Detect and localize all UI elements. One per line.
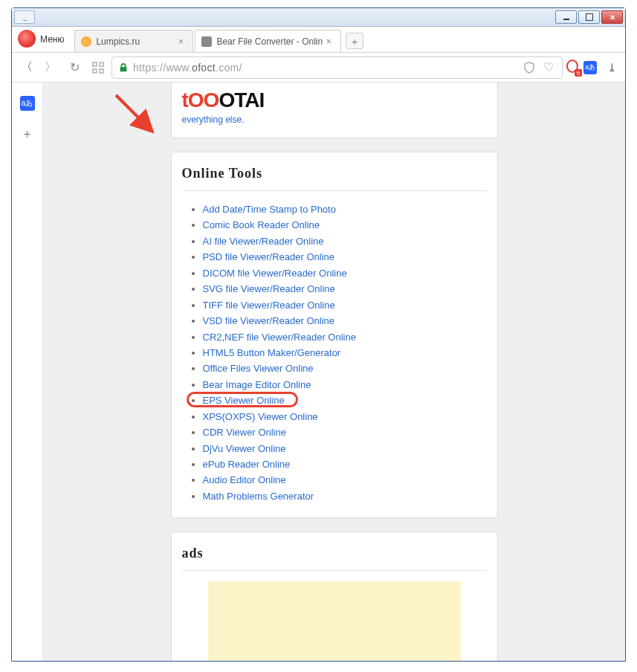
- tool-link[interactable]: HTML5 Button Maker/Generator: [203, 347, 341, 358]
- content-area: aあ + tOOOTAI everything else. Online Too…: [12, 83, 625, 661]
- forward-button[interactable]: 〉: [40, 57, 61, 78]
- badge-count: 5: [575, 69, 582, 77]
- translate-extension-icon[interactable]: aあ: [583, 61, 597, 74]
- window-titlebar: ⎯: [12, 8, 625, 27]
- ad-placeholder: [208, 581, 461, 661]
- list-item: SVG file Viewer/Reader Online: [203, 281, 487, 297]
- list-item: ePub Reader Online: [203, 456, 487, 472]
- tool-link[interactable]: Audio Editor Online: [203, 474, 286, 485]
- tool-link[interactable]: Math Problems Generator: [203, 491, 314, 502]
- list-item: CR2,NEF file Viewer/Reader Online: [203, 329, 487, 345]
- list-item: XPS(OXPS) Viewer Online: [203, 409, 487, 424]
- svg-rect-1: [100, 62, 103, 66]
- list-item: Add Date/Time Stamp to Photo: [203, 201, 487, 217]
- tool-link[interactable]: VSD file Viewer/Reader Online: [203, 315, 335, 326]
- tab-lumpics[interactable]: Lumpics.ru ×: [74, 30, 193, 52]
- reload-button[interactable]: ↻: [64, 57, 85, 78]
- list-item: DjVu Viewer Online: [203, 441, 487, 456]
- tab-close-button[interactable]: ×: [323, 36, 334, 47]
- tab-strip: Меню Lumpics.ru × Bear File Converter - …: [12, 27, 625, 53]
- list-item: Math Problems Generator: [203, 488, 487, 504]
- titlebar-app-button[interactable]: ⎯: [14, 10, 35, 24]
- ads-card: ads: [171, 532, 498, 661]
- site-logo: tOOOTAI: [182, 88, 487, 112]
- tool-link[interactable]: DICOM file Viewer/Reader Online: [203, 268, 347, 279]
- list-item: Office Files Viewer Online: [203, 361, 487, 376]
- tool-link[interactable]: CR2,NEF file Viewer/Reader Online: [203, 332, 356, 343]
- list-item: Audio Editor Online: [203, 472, 487, 488]
- svg-rect-0: [93, 62, 97, 66]
- vpn-icon[interactable]: [522, 60, 537, 75]
- tool-link[interactable]: EPS Viewer Online: [203, 395, 285, 406]
- favicon-icon: [201, 36, 212, 47]
- tab-title: Lumpics.ru: [96, 36, 175, 47]
- sidebar-add-button[interactable]: +: [20, 127, 35, 142]
- tool-link[interactable]: TIFF file Viewer/Reader Online: [203, 300, 335, 311]
- tagline-link[interactable]: everything else.: [182, 114, 245, 125]
- online-tools-card: Online Tools Add Date/Time Stamp to Phot…: [171, 152, 498, 518]
- window-close-button[interactable]: [601, 10, 623, 24]
- speed-dial-button[interactable]: [88, 57, 109, 78]
- section-heading: ads: [182, 541, 487, 571]
- tool-link-list: Add Date/Time Stamp to PhotoComic Book R…: [182, 201, 487, 504]
- bookmark-icon[interactable]: ♡: [541, 60, 556, 75]
- sidebar-translate-icon[interactable]: aあ: [20, 96, 35, 111]
- tool-link[interactable]: AI file Viewer/Reader Online: [203, 236, 324, 247]
- list-item: Bear Image Editor Online: [203, 377, 487, 392]
- list-item: AI file Viewer/Reader Online: [203, 233, 487, 249]
- toolbar: 〈 〉 ↻ https://www.ofoct.com/ ♡ 5 aあ ⤓: [12, 53, 625, 83]
- opera-extension-icon[interactable]: 5: [566, 59, 581, 75]
- tool-link[interactable]: Add Date/Time Stamp to Photo: [203, 204, 336, 215]
- browser-menu-label[interactable]: Меню: [40, 34, 64, 45]
- list-item: DICOM file Viewer/Reader Online: [203, 265, 487, 281]
- address-bar[interactable]: https://www.ofoct.com/ ♡: [111, 56, 563, 79]
- downloads-button[interactable]: ⤓: [603, 61, 621, 74]
- tool-link[interactable]: Office Files Viewer Online: [203, 363, 314, 374]
- list-item: PSD file Viewer/Reader Online: [203, 249, 487, 265]
- favicon-icon: [81, 36, 91, 47]
- section-heading: Online Tools: [182, 161, 487, 191]
- list-item: VSD file Viewer/Reader Online: [203, 313, 487, 329]
- tool-link[interactable]: Bear Image Editor Online: [203, 379, 311, 390]
- tool-link[interactable]: ePub Reader Online: [203, 459, 291, 470]
- list-item: EPS Viewer Online: [203, 392, 487, 408]
- url-text: https://www.ofoct.com/: [133, 62, 242, 74]
- tool-link[interactable]: XPS(OXPS) Viewer Online: [203, 411, 318, 422]
- list-item: TIFF file Viewer/Reader Online: [203, 297, 487, 313]
- tab-close-button[interactable]: ×: [175, 36, 187, 47]
- list-item: CDR Viewer Online: [203, 424, 487, 440]
- back-button[interactable]: 〈: [16, 57, 37, 78]
- tab-bear-converter[interactable]: Bear File Converter - Onlin ×: [195, 30, 341, 52]
- svg-rect-2: [93, 69, 97, 73]
- browser-window: ⎯ Меню Lumpics.ru × Bear File Converter …: [11, 7, 626, 662]
- site-header-fragment: tOOOTAI everything else.: [171, 83, 498, 138]
- svg-rect-3: [100, 69, 103, 73]
- opera-logo-icon[interactable]: [18, 30, 36, 48]
- list-item: HTML5 Button Maker/Generator: [203, 345, 487, 361]
- webpage-viewport[interactable]: tOOOTAI everything else. Online Tools Ad…: [43, 83, 625, 661]
- tool-link[interactable]: SVG file Viewer/Reader Online: [203, 283, 335, 294]
- window-maximize-button[interactable]: [578, 10, 600, 24]
- new-tab-button[interactable]: +: [346, 33, 363, 49]
- list-item: Comic Book Reader Online: [203, 217, 487, 233]
- tool-link[interactable]: PSD file Viewer/Reader Online: [203, 251, 335, 262]
- tool-link[interactable]: DjVu Viewer Online: [203, 443, 286, 454]
- tool-link[interactable]: CDR Viewer Online: [203, 427, 286, 438]
- tool-link[interactable]: Comic Book Reader Online: [203, 219, 320, 230]
- tab-title: Bear File Converter - Onlin: [216, 36, 323, 47]
- sidebar: aあ +: [12, 83, 43, 661]
- window-minimize-button[interactable]: [555, 10, 577, 24]
- lock-icon: [118, 62, 129, 73]
